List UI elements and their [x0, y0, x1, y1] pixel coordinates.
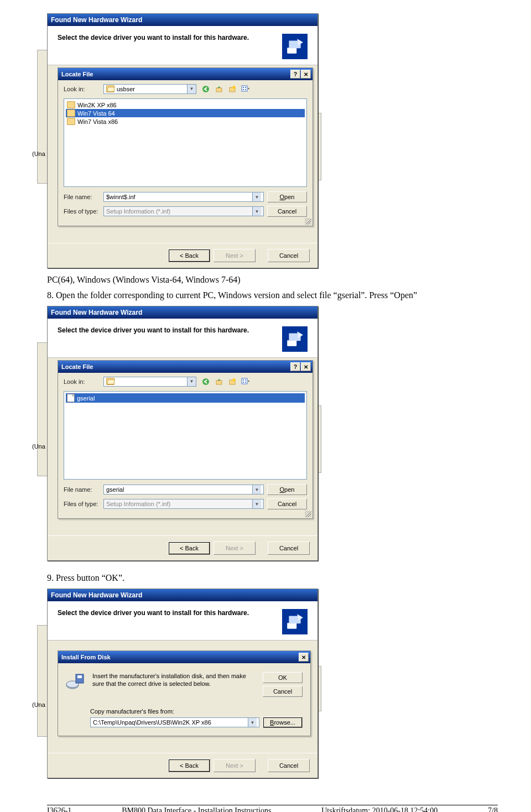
- wizard-cancel-button[interactable]: Cancel: [268, 759, 310, 772]
- back-button[interactable]: < Back: [168, 249, 210, 262]
- resize-grip[interactable]: [305, 218, 311, 225]
- dropdown-arrow-icon[interactable]: ▼: [187, 377, 196, 386]
- device-icon: [282, 609, 308, 634]
- svg-rect-14: [216, 381, 222, 384]
- svg-rect-17: [242, 378, 247, 384]
- svg-rect-0: [287, 48, 296, 54]
- filename-input[interactable]: gserial▼: [103, 485, 264, 495]
- wizard-title: Found New Hardware Wizard: [51, 591, 142, 599]
- caption-pc64: PC(64), Windows (Windows Vista-64, Windo…: [47, 275, 498, 285]
- dropdown-arrow-icon[interactable]: ▼: [248, 718, 257, 727]
- file-item[interactable]: Win2K XP x86: [66, 101, 305, 109]
- locate-file-dialog: Locate File ? ✕ Look in: usbser ▼: [58, 67, 313, 226]
- file-item[interactable]: gserial: [66, 393, 305, 403]
- back-button[interactable]: < Back: [168, 759, 210, 772]
- file-list[interactable]: Win2K XP x86 Win7 Vista 64 Win7 Vista x8…: [64, 98, 307, 187]
- cancel-button[interactable]: Cancel: [267, 206, 307, 217]
- copy-from-label: Copy manufacturer's files from:: [90, 708, 303, 715]
- help-button[interactable]: ?: [290, 362, 300, 371]
- up-folder-icon[interactable]: [213, 83, 225, 95]
- wizard-cancel-button[interactable]: Cancel: [268, 249, 310, 262]
- disk-icon: [66, 672, 85, 691]
- install-from-disk-dialog: Install From Disk ✕ Insert the manufactu…: [58, 650, 311, 736]
- cancel-button[interactable]: Cancel: [267, 498, 307, 509]
- wizard-cancel-button[interactable]: Cancel: [268, 542, 310, 555]
- dropdown-arrow-icon[interactable]: ▼: [187, 85, 196, 93]
- filetype-combo[interactable]: Setup Information (*.inf)▼: [103, 206, 264, 216]
- back-nav-icon[interactable]: [200, 376, 211, 387]
- install-instruction: Insert the manufacturer's installation d…: [92, 672, 255, 697]
- look-in-label: Look in:: [64, 86, 100, 92]
- file-icon: [67, 394, 75, 402]
- next-button: Next >: [214, 542, 256, 555]
- close-button[interactable]: ✕: [301, 70, 311, 79]
- wizard-titlebar[interactable]: Found New Hardware Wizard: [48, 306, 317, 319]
- wizard-titlebar[interactable]: Found New Hardware Wizard: [48, 589, 317, 601]
- help-button[interactable]: ?: [290, 70, 300, 79]
- view-menu-icon[interactable]: [240, 376, 251, 387]
- svg-rect-10: [245, 89, 246, 90]
- device-icon: [282, 34, 308, 59]
- page-footer: I3626-1 BM800 Data Interface - Installat…: [47, 805, 498, 812]
- svg-rect-18: [243, 379, 244, 381]
- open-button[interactable]: Open: [267, 191, 307, 202]
- browse-button[interactable]: Browse...: [263, 717, 303, 728]
- file-list[interactable]: gserial: [64, 391, 307, 480]
- background-text: (Una: [32, 701, 45, 708]
- doc-id: I3626-1: [47, 806, 71, 812]
- svg-point-5: [232, 86, 236, 89]
- copy-from-combo[interactable]: C:\Temp\Unpaq\Drivers\USB\Win2K XP x86▼: [90, 717, 259, 727]
- filename-label: File name:: [64, 194, 100, 200]
- ok-button[interactable]: OK: [263, 672, 303, 683]
- close-button[interactable]: ✕: [299, 653, 309, 662]
- new-folder-icon[interactable]: [226, 376, 238, 387]
- close-button[interactable]: ✕: [301, 362, 311, 371]
- svg-rect-6: [242, 86, 247, 91]
- filename-input[interactable]: $winnt$.inf▼: [103, 192, 264, 202]
- svg-rect-20: [243, 382, 244, 383]
- svg-rect-27: [77, 675, 82, 678]
- wizard-title: Found New Hardware Wizard: [51, 16, 142, 24]
- svg-point-16: [232, 378, 236, 382]
- resize-grip[interactable]: [305, 511, 311, 517]
- svg-rect-3: [216, 88, 222, 92]
- folder-icon: [67, 110, 75, 117]
- look-in-combo[interactable]: usbser ▼: [103, 84, 196, 94]
- dropdown-arrow-icon[interactable]: ▼: [252, 207, 261, 216]
- svg-rect-19: [245, 379, 246, 381]
- view-menu-icon[interactable]: [240, 83, 251, 95]
- locate-file-dialog: Locate File ? ✕ Look in: ▼: [58, 360, 313, 519]
- wizard-heading: Select the device driver you want to ins…: [58, 34, 274, 41]
- look-in-combo[interactable]: ▼: [103, 377, 196, 387]
- svg-rect-8: [245, 87, 246, 88]
- up-folder-icon[interactable]: [213, 376, 225, 387]
- svg-point-13: [202, 378, 209, 385]
- locate-file-title: Locate File: [61, 71, 93, 77]
- cancel-button[interactable]: Cancel: [263, 686, 303, 697]
- locate-file-title: Locate File: [61, 363, 93, 370]
- folder-open-icon: [106, 85, 114, 92]
- file-item[interactable]: Win7 Vista 64: [66, 109, 305, 117]
- back-button[interactable]: < Back: [168, 542, 210, 555]
- dropdown-arrow-icon[interactable]: ▼: [252, 485, 261, 494]
- dropdown-arrow-icon[interactable]: ▼: [252, 499, 261, 508]
- folder-icon: [67, 101, 75, 108]
- svg-rect-9: [243, 89, 244, 90]
- next-button: Next >: [214, 249, 256, 262]
- hardware-wizard-dialog-2: Found New Hardware Wizard Select the dev…: [47, 306, 318, 561]
- wizard-titlebar[interactable]: Found New Hardware Wizard: [48, 14, 317, 26]
- filetype-combo[interactable]: Setup Information (*.inf)▼: [103, 499, 264, 509]
- wizard-title: Found New Hardware Wizard: [51, 309, 142, 316]
- print-date: Utskriftsdatum: 2010-06-18 12:54:00: [321, 806, 438, 812]
- filetype-label: Files of type:: [64, 208, 100, 215]
- dropdown-arrow-icon[interactable]: ▼: [252, 192, 261, 201]
- open-button[interactable]: Open: [267, 484, 307, 495]
- file-item[interactable]: Win7 Vista x86: [66, 117, 305, 126]
- hardware-wizard-dialog-3: Found New Hardware Wizard Select the dev…: [47, 589, 318, 778]
- background-text: (Una: [32, 443, 45, 450]
- install-title: Install From Disk: [61, 654, 111, 660]
- look-in-value: usbser: [117, 86, 185, 92]
- new-folder-icon[interactable]: [226, 83, 238, 95]
- back-nav-icon[interactable]: [200, 83, 211, 95]
- page-number: 7/8: [488, 806, 498, 812]
